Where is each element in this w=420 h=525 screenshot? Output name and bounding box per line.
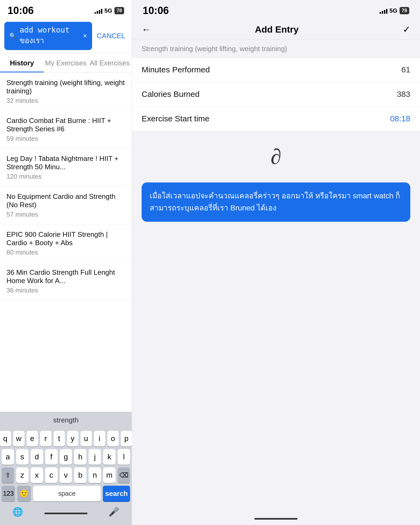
key-t[interactable]: t	[54, 431, 65, 446]
exercise-start-time-value: 08:18	[390, 114, 410, 123]
handwriting-character: ∂	[271, 145, 281, 169]
tabs: History My Exercises All Exercises	[0, 53, 132, 73]
key-k[interactable]: k	[103, 449, 116, 465]
exercise-name: Leg Day ! Tabata Nightmare ! HIIT + Stre…	[6, 154, 125, 171]
key-u[interactable]: u	[80, 431, 92, 446]
tooltip-bubble: เมื่อใส่เวลาแอปจะคำนวณแคลอรี่คร่าวๆ ออกม…	[142, 182, 410, 222]
left-panel: 10:06 5G 78 🔍 add workout ของเรา × CANCE…	[0, 0, 132, 525]
search-input-wrapper[interactable]: 🔍 add workout ของเรา ×	[4, 22, 92, 50]
right-status-bar: 10:06 5G 78	[132, 0, 420, 19]
right-panel: 10:06 5G 78 ← Add Entry ✓ Strength train…	[132, 0, 420, 525]
list-item[interactable]: Leg Day ! Tabata Nightmare ! HIIT + Stre…	[0, 149, 132, 186]
exercise-name: No Equipment Cardio and Strength (No Res…	[6, 192, 125, 209]
right-signal-bars-icon	[380, 8, 387, 14]
key-n[interactable]: n	[89, 467, 101, 483]
home-indicator	[44, 513, 88, 514]
exercise-name: Cardio Combat Fat Burne : HIIT + Strengt…	[6, 117, 125, 133]
search-input[interactable]: add workout ของเรา	[20, 26, 80, 46]
page-title: Add Entry	[255, 24, 299, 35]
keyboard-row-3: ⇧ z x c v b n m ⌫	[2, 467, 130, 483]
key-b[interactable]: b	[74, 467, 86, 483]
5g-icon: 5G	[104, 7, 112, 14]
key-d[interactable]: d	[31, 449, 43, 465]
left-status-bar: 10:06 5G 78	[0, 0, 132, 19]
tooltip-text: เมื่อใส่เวลาแอปจะคำนวณแคลอรี่คร่าวๆ ออกม…	[150, 192, 400, 212]
exercise-duration: 120 minutes	[6, 173, 125, 180]
signal-bars-icon	[94, 8, 102, 14]
list-item[interactable]: No Equipment Cardio and Strength (No Res…	[0, 186, 132, 224]
left-time: 10:06	[8, 5, 34, 16]
handwriting-area: ∂	[132, 131, 420, 177]
keyboard-suggestion[interactable]: strength	[0, 412, 132, 428]
key-v[interactable]: v	[60, 467, 72, 483]
list-item[interactable]: Cardio Combat Fat Burne : HIIT + Strengt…	[0, 111, 132, 149]
key-c[interactable]: c	[45, 467, 58, 483]
exercise-start-time-label: Exercise Start time	[142, 114, 209, 123]
search-bar: 🔍 add workout ของเรา × CANCEL	[0, 19, 132, 53]
battery-badge: 78	[114, 7, 124, 14]
right-time: 10:06	[143, 5, 169, 16]
tab-history[interactable]: History	[0, 53, 44, 72]
key-e[interactable]: e	[27, 431, 38, 446]
exercise-name: EPIC 900 Calorie HIIT Strength | Cardio …	[6, 230, 125, 247]
tab-my-exercises[interactable]: My Exercises	[44, 53, 88, 72]
shift-key[interactable]: ⇧	[2, 467, 14, 483]
backspace-key[interactable]: ⌫	[118, 467, 130, 483]
exercise-name: 36 Min Cardio Strength Full Lenght Home …	[6, 268, 125, 285]
microphone-icon[interactable]: 🎤	[108, 507, 119, 517]
right-status-icons: 5G 78	[380, 7, 409, 14]
key-m[interactable]: m	[103, 467, 116, 483]
key-s[interactable]: s	[16, 449, 29, 465]
minutes-performed-label: Minutes Performed	[142, 65, 210, 74]
exercise-duration: 80 minutes	[6, 249, 125, 256]
key-g[interactable]: g	[60, 449, 72, 465]
exercise-duration: 57 minutes	[6, 211, 125, 218]
key-j[interactable]: j	[89, 449, 101, 465]
search-key[interactable]: search	[103, 486, 130, 501]
right-home-indicator	[254, 518, 298, 520]
emoji-key[interactable]: 🙂	[17, 486, 31, 501]
keyboard-row-2: a s d f g h j k l	[2, 449, 130, 465]
calories-burned-value: 383	[397, 90, 410, 99]
minutes-performed-value: 61	[401, 65, 410, 74]
key-a[interactable]: a	[2, 449, 14, 465]
confirm-button[interactable]: ✓	[403, 24, 410, 35]
tab-all-exercises[interactable]: All Exercises	[88, 53, 132, 72]
numbers-key[interactable]: 123	[2, 486, 15, 501]
keyboard-row-1: q w e r t y u i o p	[2, 431, 130, 446]
key-w[interactable]: w	[13, 431, 24, 446]
key-f[interactable]: f	[45, 449, 58, 465]
list-item[interactable]: EPIC 900 Calorie HIIT Strength | Cardio …	[0, 224, 132, 262]
key-q[interactable]: q	[0, 431, 11, 446]
key-r[interactable]: r	[40, 431, 51, 446]
exercise-duration: 36 minutes	[6, 287, 125, 294]
cancel-button[interactable]: CANCEL	[95, 32, 127, 40]
right-battery-badge: 78	[400, 7, 409, 14]
globe-icon[interactable]: 🌐	[12, 507, 23, 517]
key-i[interactable]: i	[94, 431, 105, 446]
calories-burned-label: Calories Burned	[142, 90, 200, 99]
key-h[interactable]: h	[74, 449, 86, 465]
key-o[interactable]: o	[107, 431, 119, 446]
minutes-performed-row[interactable]: Minutes Performed 61	[132, 58, 420, 82]
key-p[interactable]: p	[121, 431, 132, 446]
key-y[interactable]: y	[67, 431, 78, 446]
exercise-start-time-row[interactable]: Exercise Start time 08:18	[132, 107, 420, 131]
list-item[interactable]: 36 Min Cardio Strength Full Lenght Home …	[0, 262, 132, 300]
keyboard-row-4: 123 🙂 space search	[2, 486, 130, 501]
exercise-duration: 32 minutes	[6, 97, 125, 104]
exercise-list: Strength training (weight lifting, weigh…	[0, 73, 132, 412]
key-x[interactable]: x	[31, 467, 43, 483]
key-z[interactable]: z	[16, 467, 29, 483]
list-item[interactable]: Strength training (weight lifting, weigh…	[0, 73, 132, 111]
exercise-duration: 59 minutes	[6, 135, 125, 142]
key-l[interactable]: l	[118, 449, 130, 465]
keyboard-bottom-bar: 🌐 🎤	[2, 504, 130, 522]
entry-subtitle: Strength training (weight lifting, weigh…	[132, 40, 420, 58]
exercise-name: Strength training (weight lifting, weigh…	[6, 79, 125, 95]
space-key[interactable]: space	[33, 486, 101, 501]
left-status-icons: 5G 78	[94, 7, 124, 14]
search-clear-button[interactable]: ×	[83, 32, 87, 40]
back-button[interactable]: ←	[142, 24, 151, 35]
calories-burned-row[interactable]: Calories Burned 383	[132, 82, 420, 107]
